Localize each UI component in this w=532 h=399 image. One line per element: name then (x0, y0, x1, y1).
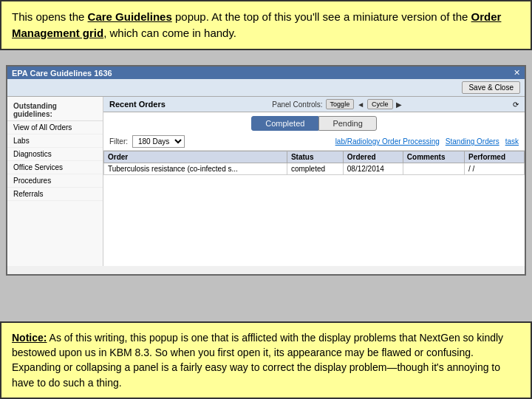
filter-label: Filter: (109, 137, 128, 146)
ehr-toolbar: Save & Close (7, 79, 525, 97)
bottom-callout: Notice: As of this writing, this popup i… (0, 321, 532, 399)
filter-link-task[interactable]: task (505, 137, 519, 146)
separator-icon: ◄ (357, 100, 364, 109)
sidebar-item-diagnostics[interactable]: Diagnostics (7, 148, 103, 161)
panel-controls: Panel Controls: Toggle ◄ Cycle ▶ (272, 99, 401, 109)
cell-performed: / / (464, 163, 524, 175)
col-header-comments: Comments (403, 151, 464, 163)
ehr-body: Outstanding guidelines: View of All Orde… (7, 97, 525, 266)
sidebar-item-procedures[interactable]: Procedures (7, 174, 103, 188)
cycle-icon: ▶ (396, 100, 402, 109)
filter-select[interactable]: 180 Days (132, 135, 185, 148)
col-header-order: Order (104, 151, 287, 163)
ehr-close-icon[interactable]: ✕ (514, 68, 520, 78)
ehr-left-panel: Outstanding guidelines: View of All Orde… (7, 97, 103, 266)
top-callout-bold1: Care Guidelines (88, 10, 172, 23)
ehr-right-panel: Recent Orders Panel Controls: Toggle ◄ C… (103, 97, 525, 266)
refresh-icon[interactable]: ⟳ (513, 100, 519, 109)
filter-link-lab[interactable]: lab/Radiology Order Processing (335, 137, 440, 146)
sidebar-item-view-all-orders[interactable]: View of All Orders (7, 121, 103, 134)
top-callout: This opens the Care Guidelines popup. At… (0, 0, 532, 50)
save-close-button[interactable]: Save & Close (462, 81, 520, 94)
cell-status: completed (287, 163, 343, 175)
tab-completed[interactable]: Completed (251, 116, 318, 131)
filter-link-standing[interactable]: Standing Orders (446, 137, 499, 146)
cell-ordered: 08/12/2014 (343, 163, 403, 175)
recent-orders-title: Recent Orders (109, 100, 166, 109)
filter-row: Filter: 180 Days lab/Radiology Order Pro… (103, 133, 525, 151)
col-header-status: Status (287, 151, 343, 163)
toggle-button[interactable]: Toggle (326, 99, 355, 109)
top-callout-text3: , which can come in handy. (103, 27, 236, 39)
col-header-performed: Performed (464, 151, 524, 163)
ehr-window-title: EPA Care Guidelines 1636 (12, 69, 112, 78)
bottom-callout-text: As of this writing, this popup is one th… (12, 332, 503, 389)
tab-pending[interactable]: Pending (318, 116, 376, 131)
ehr-titlebar: EPA Care Guidelines 1636 ✕ (7, 66, 525, 79)
top-callout-text2: popup. At the top of this you'll see a m… (172, 10, 471, 23)
notice-label: Notice: (12, 332, 47, 344)
cycle-button[interactable]: Cycle (367, 99, 393, 109)
sidebar-item-office-services[interactable]: Office Services (7, 161, 103, 174)
sidebar-item-referrals[interactable]: Referrals (7, 188, 103, 201)
ehr-window: EPA Care Guidelines 1636 ✕ Save & Close … (6, 65, 526, 276)
cell-order: Tuberculosis resistance (co-infected s..… (104, 163, 287, 175)
tabs-row: Completed Pending (103, 112, 525, 133)
top-callout-text1: This opens the (12, 10, 88, 23)
table-row: Tuberculosis resistance (co-infected s..… (104, 163, 525, 175)
filter-links: lab/Radiology Order Processing Standing … (335, 137, 519, 146)
orders-table-container: Order Status Ordered Comments Performed … (103, 151, 525, 266)
ehr-right-header: Recent Orders Panel Controls: Toggle ◄ C… (103, 97, 525, 112)
cell-comments (403, 163, 464, 175)
panel-controls-label: Panel Controls: (272, 100, 322, 109)
col-header-ordered: Ordered (343, 151, 403, 163)
sidebar-item-labs[interactable]: Labs (7, 134, 103, 148)
ehr-left-header: Outstanding guidelines: (7, 100, 103, 121)
orders-table: Order Status Ordered Comments Performed … (103, 151, 525, 175)
